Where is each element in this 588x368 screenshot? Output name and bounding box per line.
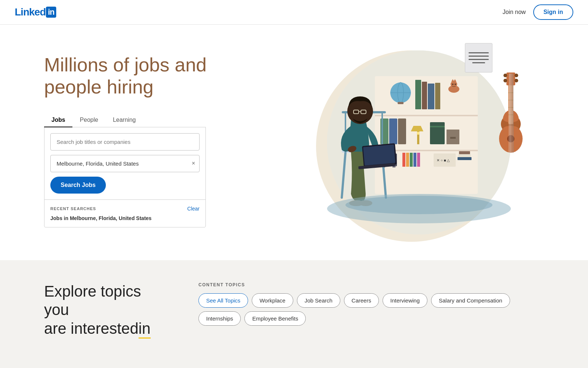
topics-section: CONTENT TOPICS See All Topics Workplace …: [198, 282, 544, 326]
clear-recent-button[interactable]: Clear: [187, 206, 200, 212]
svg-point-23: [417, 132, 420, 135]
svg-rect-27: [450, 137, 456, 139]
sign-in-button[interactable]: Sign in: [533, 4, 573, 20]
svg-rect-20: [398, 118, 406, 144]
topic-workplace[interactable]: Workplace: [252, 293, 293, 308]
search-tabs: Jobs People Learning: [44, 113, 206, 127]
topic-see-all[interactable]: See All Topics: [198, 293, 248, 308]
topic-job-search[interactable]: Job Search: [297, 293, 340, 308]
search-form: × Search Jobs: [44, 127, 206, 200]
guitar-svg: [496, 61, 526, 164]
svg-rect-6: [398, 102, 404, 104]
svg-rect-24: [430, 122, 445, 144]
topics-grid: See All Topics Workplace Job Search Care…: [198, 293, 544, 326]
header-actions: Join now Sign in: [503, 4, 573, 20]
svg-rect-35: [410, 153, 413, 167]
svg-point-15: [452, 84, 453, 85]
svg-text:✕ ○ ■ △: ✕ ○ ■ △: [437, 158, 450, 162]
svg-rect-8: [422, 82, 427, 109]
recent-searches-panel: RECENT SEARCHES Clear Jobs in Melbourne,…: [44, 199, 206, 227]
hero-section: Millions of jobs and people hiring Jobs …: [0, 25, 588, 260]
svg-point-73: [514, 79, 518, 82]
underline-decoration: [139, 337, 151, 339]
notebook-line: [469, 52, 489, 53]
logo-text: Linked: [15, 6, 46, 18]
svg-rect-34: [406, 153, 409, 167]
search-jobs-button[interactable]: Search Jobs: [50, 177, 106, 194]
logo: Linkedin: [15, 6, 56, 18]
svg-rect-40: [458, 157, 472, 160]
notebook-card: [465, 43, 492, 72]
svg-point-60: [345, 196, 492, 214]
svg-rect-57: [363, 145, 395, 166]
topic-internships[interactable]: Internships: [198, 311, 241, 326]
topic-careers[interactable]: Careers: [344, 293, 379, 308]
svg-rect-9: [428, 84, 434, 109]
topic-salary[interactable]: Salary and Compensation: [431, 293, 510, 308]
recent-search-item[interactable]: Jobs in Melbourne, Florida, United State…: [50, 215, 200, 221]
svg-rect-17: [375, 115, 478, 116]
notebook-line: [472, 62, 485, 63]
logo-in-box: in: [46, 7, 56, 18]
explore-section: Explore topics you are interested in CON…: [0, 260, 588, 368]
svg-point-71: [514, 74, 518, 77]
svg-point-70: [503, 74, 507, 77]
svg-rect-33: [402, 153, 405, 167]
svg-rect-7: [415, 80, 421, 109]
svg-rect-41: [458, 154, 471, 157]
hero-left: Millions of jobs and people hiring Jobs …: [44, 39, 257, 227]
clear-location-button[interactable]: ×: [192, 160, 195, 167]
svg-rect-36: [413, 153, 416, 167]
location-input[interactable]: [50, 155, 200, 172]
job-search-input[interactable]: [50, 133, 200, 151]
svg-rect-10: [435, 83, 440, 109]
svg-rect-42: [459, 151, 470, 154]
content-topics-label: CONTENT TOPICS: [198, 282, 544, 287]
svg-point-16: [455, 84, 456, 85]
job-search-field-wrap: [50, 133, 200, 151]
svg-point-72: [503, 79, 507, 82]
tab-learning[interactable]: Learning: [105, 113, 143, 127]
recent-searches-label: RECENT SEARCHES: [50, 206, 96, 211]
svg-rect-19: [389, 118, 397, 144]
notebook-line: [469, 59, 489, 60]
topic-interviewing[interactable]: Interviewing: [383, 293, 427, 308]
notebook-line: [469, 56, 489, 57]
join-now-button[interactable]: Join now: [503, 9, 526, 15]
svg-rect-37: [417, 153, 420, 167]
svg-rect-25: [430, 126, 445, 127]
topic-employee-benefits[interactable]: Employee Benefits: [244, 311, 306, 326]
hero-illustration: ✕ ○ ■ △: [257, 39, 573, 238]
header: Linkedin Join now Sign in: [0, 0, 588, 25]
location-field-wrap: ×: [50, 155, 200, 172]
hero-headline: Millions of jobs and people hiring: [44, 54, 220, 98]
explore-heading: Explore topics you are interested in: [44, 282, 169, 338]
tab-people[interactable]: People: [72, 113, 105, 127]
recent-searches-header: RECENT SEARCHES Clear: [50, 206, 200, 212]
tab-jobs[interactable]: Jobs: [44, 113, 72, 127]
